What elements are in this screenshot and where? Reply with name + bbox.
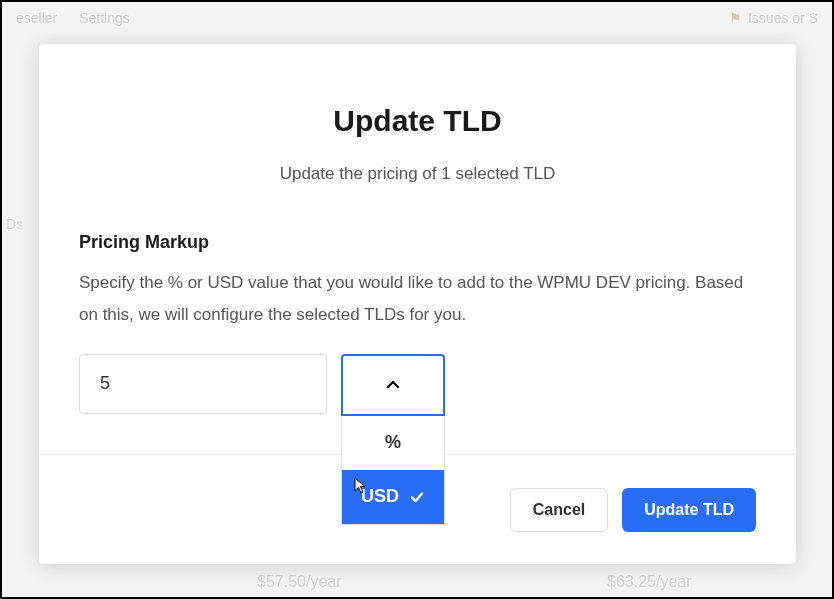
pricing-markup-description: Specify the % or USD value that you woul… xyxy=(79,267,756,332)
markup-unit-dropdown: % USD xyxy=(341,354,445,416)
markup-unit-option-percent[interactable]: % xyxy=(342,416,444,470)
update-tld-button[interactable]: Update TLD xyxy=(622,488,756,532)
modal-title: Update TLD xyxy=(79,104,756,138)
markup-input-row: % USD xyxy=(79,354,756,416)
cancel-button[interactable]: Cancel xyxy=(510,488,608,532)
option-label: % xyxy=(385,432,401,453)
markup-unit-option-usd[interactable]: USD xyxy=(342,470,444,524)
chevron-up-icon xyxy=(385,377,401,393)
update-tld-modal: Update TLD Update the pricing of 1 selec… xyxy=(39,44,796,564)
modal-subtitle: Update the pricing of 1 selected TLD xyxy=(79,164,756,184)
markup-value-input[interactable] xyxy=(79,354,327,414)
pricing-markup-heading: Pricing Markup xyxy=(79,232,756,253)
modal-body: Update TLD Update the pricing of 1 selec… xyxy=(39,44,796,454)
option-label: USD xyxy=(361,486,399,507)
markup-unit-menu: % USD xyxy=(341,416,445,525)
check-icon xyxy=(409,489,425,505)
markup-unit-trigger[interactable] xyxy=(341,354,445,416)
